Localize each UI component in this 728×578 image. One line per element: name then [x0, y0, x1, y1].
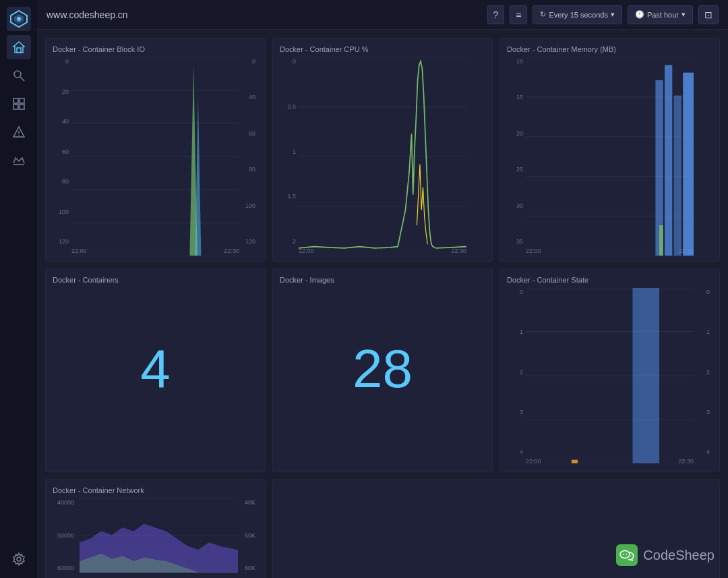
svg-point-2: [17, 17, 21, 21]
panel-cpu-title: Docker - Container CPU %: [280, 45, 485, 53]
y-label: 15: [507, 94, 526, 100]
svg-rect-46: [632, 288, 659, 463]
wechat-icon: [619, 547, 635, 563]
cpu-svg: [299, 57, 466, 256]
svg-rect-47: [572, 460, 578, 464]
watermark-text: CodeSheep: [643, 548, 715, 563]
panel-network: Docker - Container Network 60000 50000 4…: [45, 479, 266, 578]
panel-network-title: Docker - Container Network: [53, 486, 258, 494]
share-button[interactable]: ⊡: [698, 5, 719, 24]
containers-value: 4: [53, 288, 258, 450]
svg-point-15: [17, 557, 21, 561]
y-label: 10: [507, 59, 526, 65]
panel-row-1: Docker - Container Block IO 120 100 80 6…: [45, 38, 720, 262]
sidebar-item-home[interactable]: [7, 35, 31, 59]
y-label: 4: [507, 449, 526, 455]
panel-images-title: Docker - Images: [280, 276, 485, 284]
y-label: 60000: [53, 565, 77, 571]
main-content: www.codesheep.cn ? ≡ ↻ Every 15 seconds …: [37, 0, 728, 578]
panel-cpu: Docker - Container CPU % 2 1.5 1 0.5 0: [272, 38, 493, 262]
sidebar-item-dashboard[interactable]: [7, 92, 31, 116]
svg-rect-7: [13, 98, 18, 103]
svg-point-56: [630, 556, 632, 557]
sidebar: [0, 0, 37, 578]
sidebar-item-search[interactable]: [7, 63, 31, 88]
y-label-right: 1: [694, 329, 712, 335]
y-label: 50000: [53, 533, 77, 539]
panel-memory: Docker - Container Memory (MB) 35 30 25 …: [499, 38, 720, 262]
y-label-right: 60: [239, 131, 258, 137]
sidebar-item-alerts[interactable]: [7, 120, 31, 144]
help-button[interactable]: ?: [487, 5, 505, 24]
svg-marker-3: [13, 42, 24, 53]
chart-block-io: 120 100 80 60 40 20 0 120 100 80 60 40: [53, 57, 258, 246]
panel-block-io: Docker - Container Block IO 120 100 80 6…: [45, 38, 266, 262]
refresh-label: Every 15 seconds: [549, 11, 607, 19]
block-io-svg: [71, 57, 239, 256]
chart-network: 60000 50000 40000 60K 50K 40K: [53, 498, 258, 573]
y-label-right: 60K: [239, 565, 258, 571]
y-label-right: 100: [239, 203, 258, 209]
chart-state: 4 3 2 1 0 4 3 2 1 0: [507, 288, 712, 457]
refresh-dropdown-icon: ▾: [611, 10, 615, 19]
svg-rect-9: [13, 105, 18, 109]
watermark: CodeSheep: [616, 544, 715, 566]
svg-point-54: [623, 554, 624, 555]
y-label-right: 40: [239, 94, 258, 100]
y-label: 40000: [53, 500, 77, 506]
y-label: 120: [53, 239, 71, 245]
y-label-right: 50K: [239, 533, 258, 539]
y-label: 100: [53, 209, 71, 215]
help-icon: ?: [493, 9, 499, 20]
timerange-dropdown-icon: ▾: [681, 10, 686, 19]
y-label: 3: [507, 409, 526, 415]
y-label: 25: [507, 167, 526, 173]
y-label: 0: [53, 59, 71, 65]
header-controls: ? ≡ ↻ Every 15 seconds ▾ 🕐 Past hour ▾ ⊡: [487, 5, 719, 24]
y-label: 1: [507, 329, 526, 335]
svg-rect-38: [674, 96, 681, 256]
panel-containers-title: Docker - Containers: [53, 276, 258, 284]
clock-icon: 🕐: [635, 10, 644, 19]
menu-button[interactable]: ≡: [510, 5, 527, 24]
watermark-icon: [616, 544, 638, 566]
y-label-right: 4: [694, 449, 712, 455]
svg-point-13: [18, 135, 20, 136]
y-label: 35: [507, 239, 526, 245]
panel-row-2: Docker - Containers 4 Docker - Images 28…: [45, 268, 720, 472]
home-icon: [12, 40, 26, 54]
y-label-right: 2: [694, 370, 712, 376]
y-label: 2: [507, 370, 526, 376]
sidebar-logo[interactable]: [7, 7, 31, 31]
timerange-button[interactable]: 🕐 Past hour ▾: [628, 5, 693, 24]
chart-cpu: 2 1.5 1 0.5 0: [280, 57, 485, 246]
y-label-right: 80: [239, 167, 258, 173]
panel-state-title: Docker - Container State: [507, 276, 712, 284]
y-label-right: 40K: [239, 500, 258, 506]
panel-containers: Docker - Containers 4: [45, 268, 266, 472]
svg-rect-10: [20, 105, 24, 109]
panel-images: Docker - Images 28: [272, 268, 493, 472]
dashboard: Docker - Container Block IO 120 100 80 6…: [37, 30, 728, 578]
panel-container-state: Docker - Container State 4 3 2 1 0 4 3 2…: [499, 268, 720, 472]
state-svg: [526, 288, 694, 463]
sidebar-item-crown[interactable]: [7, 148, 31, 173]
images-value: 28: [280, 288, 485, 450]
y-label: 60: [53, 149, 71, 155]
y-label-right: 0: [239, 59, 258, 65]
y-label: 0.5: [280, 104, 299, 110]
refresh-icon: ↻: [540, 10, 546, 19]
refresh-button[interactable]: ↻ Every 15 seconds ▾: [533, 5, 621, 24]
timerange-label: Past hour: [647, 11, 679, 19]
sidebar-item-settings[interactable]: [7, 547, 31, 571]
y-label: 0: [507, 289, 526, 295]
settings-icon: [12, 552, 26, 566]
header: www.codesheep.cn ? ≡ ↻ Every 15 seconds …: [37, 0, 728, 30]
y-label-right: 3: [694, 409, 712, 415]
y-label: 1.5: [280, 194, 299, 200]
panel-block-io-title: Docker - Container Block IO: [53, 45, 258, 53]
svg-point-55: [626, 554, 627, 555]
svg-rect-8: [20, 98, 24, 103]
chart-memory: 35 30 25 20 15 10: [507, 57, 712, 246]
svg-marker-24: [195, 96, 201, 256]
